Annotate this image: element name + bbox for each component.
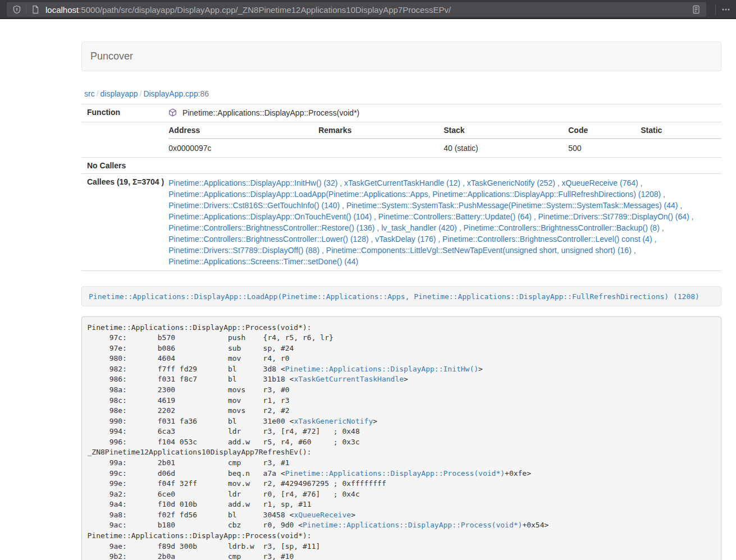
breadcrumb-separator: / (95, 89, 100, 98)
menu-icon[interactable] (719, 3, 733, 16)
callee-link[interactable]: Pinetime::System::SystemTask::PushMessag… (346, 201, 678, 210)
callee-separator: , (340, 201, 346, 210)
code-symbol-link[interactable]: xTaskGenericNotify (294, 417, 373, 425)
stats-cell: 40 (static) (444, 139, 568, 157)
function-name: Pinetime::Applications::DisplayApp::Proc… (182, 108, 359, 117)
stats-col-header: Stack (444, 122, 568, 139)
callee-link[interactable]: lv_task_handler (420) (381, 223, 457, 232)
function-label: Function (81, 104, 168, 122)
load-app-link[interactable]: Pinetime::Applications::DisplayApp::Load… (89, 292, 700, 301)
callees-label: Callees (19, Σ=3704 ) (81, 174, 168, 271)
callee-separator: , (661, 190, 665, 199)
shield-icon[interactable] (10, 3, 24, 16)
url-text[interactable]: localhost:5000/path/src/displayapp/Displ… (45, 5, 451, 15)
page-content: Puncover src/displayapp/DisplayApp.cpp:8… (81, 42, 721, 560)
callee-separator: , (374, 223, 381, 232)
breadcrumb-link[interactable]: src (84, 89, 95, 98)
callees-row: Callees (19, Σ=3704 ) Pinetime::Applicat… (81, 174, 721, 271)
reader-mode-icon[interactable] (689, 3, 703, 16)
callee-link[interactable]: Pinetime::Controllers::Battery::Update()… (378, 212, 532, 221)
function-row: Function Pinetime::Applications::Display… (81, 104, 721, 122)
breadcrumb-separator: / (138, 89, 144, 98)
toolbar-separator (715, 4, 716, 15)
stats-col-header: Code (568, 122, 641, 139)
stats-data-row: 0x0000097c40 (static)500 (168, 139, 721, 157)
stats-cell: 500 (568, 139, 641, 157)
callee-link[interactable]: Pinetime::Drivers::St7789::DisplayOn() (… (538, 212, 689, 221)
callee-link[interactable]: Pinetime::Drivers::St7789::DisplayOff() … (168, 246, 319, 255)
stats-row-label (81, 122, 168, 158)
stats-col-header: Remarks (318, 122, 444, 139)
callee-link[interactable]: Pinetime::Components::LittleVgl::SetNewT… (326, 246, 632, 255)
callee-link[interactable]: xTaskGenericNotify (252) (467, 178, 555, 187)
callee-separator: , (660, 223, 664, 232)
breadcrumb-line-number: :86 (198, 89, 209, 98)
callee-separator: , (638, 178, 643, 187)
brand-title[interactable]: Puncover (82, 51, 133, 62)
cube-icon (168, 109, 179, 118)
stats-cell (318, 139, 444, 157)
callees-list: Pinetime::Applications::DisplayApp::Init… (168, 174, 721, 271)
callee-separator: , (678, 201, 682, 210)
callee-link[interactable]: vTaskDelay (176) (375, 235, 436, 244)
callee-separator: , (457, 223, 464, 232)
callee-separator: , (652, 235, 657, 244)
page-icon[interactable] (29, 3, 42, 16)
callee-separator: , (436, 235, 442, 244)
callee-separator: , (319, 246, 326, 255)
callee-link[interactable]: Pinetime::Applications::DisplayApp::Load… (168, 190, 661, 199)
stats-body: 0x0000097c40 (static)500 (168, 139, 721, 157)
navbar: Puncover (81, 42, 721, 71)
breadcrumb-link[interactable]: DisplayApp.cpp (143, 89, 198, 98)
callee-link[interactable]: Pinetime::Applications::DisplayApp::Init… (168, 178, 337, 187)
callee-separator: , (532, 212, 538, 221)
url-host: localhost (45, 5, 79, 15)
url-bar[interactable]: localhost:5000/path/src/displayapp/Displ… (7, 2, 706, 17)
callee-separator: , (689, 212, 694, 221)
breadcrumb: src/displayapp/DisplayApp.cpp:86 (84, 89, 721, 98)
stats-cell (641, 139, 721, 157)
load-app-box: Pinetime::Applications::DisplayApp::Load… (81, 286, 721, 306)
stats-row: AddressRemarksStackCodeStatic 0x0000097c… (81, 122, 721, 158)
callee-separator: , (460, 178, 467, 187)
callee-link[interactable]: xQueueReceive (764) (562, 178, 638, 187)
code-symbol-link[interactable]: xTaskGetCurrentTaskHandle (294, 375, 404, 383)
code-symbol-link[interactable]: Pinetime::Applications::DisplayApp::Proc… (285, 469, 505, 478)
breadcrumb-link[interactable]: displayapp (100, 89, 138, 98)
stats-col-header: Address (168, 122, 318, 139)
stats-header-row: AddressRemarksStackCodeStatic (168, 122, 721, 139)
code-symbol-link[interactable]: Pinetime::Applications::DisplayApp::Proc… (303, 521, 522, 529)
disassembly-block: Pinetime::Applications::DisplayApp::Proc… (81, 316, 721, 560)
callee-link[interactable]: Pinetime::Applications::DisplayApp::OnTo… (168, 212, 372, 221)
callee-separator: , (372, 212, 378, 221)
code-symbol-link[interactable]: Pinetime::Applications::DisplayApp::Init… (285, 365, 478, 373)
stats-col-header: Static (641, 122, 721, 139)
code-symbol-link[interactable]: xQueueReceive (294, 511, 351, 519)
callee-link[interactable]: Pinetime::Controllers::BrightnessControl… (463, 223, 659, 232)
function-table: Function Pinetime::Applications::Display… (81, 104, 721, 271)
browser-toolbar: localhost:5000/path/src/displayapp/Displ… (0, 0, 736, 19)
stats-table: AddressRemarksStackCodeStatic 0x0000097c… (168, 122, 721, 157)
callee-separator: , (632, 246, 636, 255)
callee-link[interactable]: Pinetime::Drivers::Cst816S::GetTouchInfo… (168, 201, 340, 210)
urlbar-separator (26, 5, 26, 14)
url-path: :5000/path/src/displayapp/DisplayApp.cpp… (79, 5, 451, 15)
callee-link[interactable]: xTaskGetCurrentTaskHandle (12) (344, 178, 460, 187)
no-callers-label: No Callers (81, 158, 168, 174)
callee-link[interactable]: Pinetime::Controllers::BrightnessControl… (442, 235, 652, 244)
callee-separator: , (369, 235, 376, 244)
callee-link[interactable]: Pinetime::Applications::Screens::Timer::… (168, 257, 358, 266)
stats-cell: 0x0000097c (168, 139, 318, 157)
callee-separator: , (555, 178, 562, 187)
callee-link[interactable]: Pinetime::Controllers::BrightnessControl… (168, 235, 368, 244)
callee-separator: , (337, 178, 344, 187)
callee-link[interactable]: Pinetime::Controllers::BrightnessControl… (168, 223, 374, 232)
no-callers-row: No Callers (81, 158, 721, 174)
